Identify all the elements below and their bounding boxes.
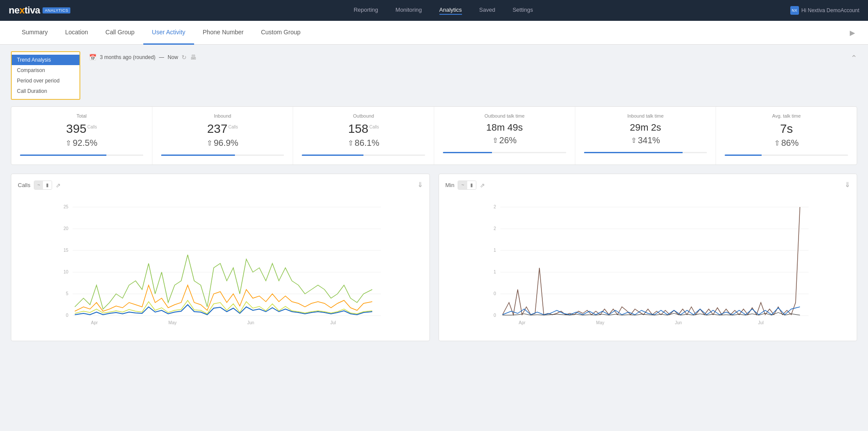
controls-row: Trend Analysis Comparison Period over pe… — [11, 51, 857, 100]
charts-row: Calls ~ ▮ ⇗ ⇓ 0 5 10 15 — [11, 174, 857, 341]
svg-text:2: 2 — [493, 226, 496, 231]
svg-text:Jun: Jun — [675, 320, 682, 325]
nav-settings[interactable]: Settings — [512, 7, 533, 15]
stat-inbound-talk-label: Inbound talk time — [584, 113, 707, 118]
stat-inbound-change: ⇧ 96.9% — [161, 138, 284, 148]
view-type-dropdown[interactable]: Trend Analysis Comparison Period over pe… — [11, 51, 80, 100]
logo: nextiva — [9, 5, 40, 16]
stat-total-label: Total — [20, 113, 143, 118]
tab-location[interactable]: Location — [56, 21, 97, 45]
tab-summary[interactable]: Summary — [13, 21, 56, 45]
print-icon[interactable]: 🖶 — [190, 54, 196, 61]
stat-avg-talk-label: Avg. talk time — [725, 113, 848, 118]
svg-text:20: 20 — [63, 226, 69, 231]
stat-outbound-change: ⇧ 86.1% — [302, 138, 425, 148]
logo-area: nextiva ANALYTICS — [9, 5, 70, 16]
stat-total-change: ⇧ 92.5% — [20, 138, 143, 148]
calls-chart-toggle[interactable]: ~ ▮ — [34, 181, 52, 190]
stat-outbound-label: Outbound — [302, 113, 425, 118]
stat-outbound-value: 158Calls — [302, 122, 425, 136]
calls-chart-header: Calls ~ ▮ ⇗ — [18, 181, 423, 190]
stats-row: Total 395Calls ⇧ 92.5% Inbound 237Calls … — [11, 106, 857, 165]
refresh-icon[interactable]: ↻ — [182, 54, 187, 61]
svg-text:May: May — [168, 320, 177, 325]
svg-text:10: 10 — [63, 270, 69, 274]
svg-text:25: 25 — [63, 204, 69, 209]
stat-avg-talk: Avg. talk time 7s ⇧ 86% — [716, 107, 857, 165]
dropdown-item-comparison[interactable]: Comparison — [12, 65, 79, 76]
dropdown-item-trend[interactable]: Trend Analysis — [12, 55, 79, 65]
svg-text:Jun: Jun — [247, 320, 254, 325]
stat-inbound: Inbound 237Calls ⇧ 96.9% — [152, 107, 294, 165]
svg-text:Apr: Apr — [91, 320, 98, 325]
dropdown-item-duration[interactable]: Call Duration — [12, 86, 79, 96]
tabs-bar: Summary Location Call Group User Activit… — [0, 21, 868, 45]
svg-text:0: 0 — [66, 313, 69, 318]
main-content: Trend Analysis Comparison Period over pe… — [0, 45, 868, 431]
min-chart-header: Min ~ ▮ ⇗ — [446, 181, 851, 190]
min-chart-container: Min ~ ▮ ⇗ ⇓ 0 0 1 1 2 — [439, 174, 858, 341]
min-download-button[interactable]: ⇓ — [845, 181, 850, 189]
tab-arrow-right[interactable]: ▶ — [850, 29, 855, 37]
stat-inbound-talk-change: ⇧ 341% — [584, 135, 707, 145]
nav-analytics[interactable]: Analytics — [439, 7, 462, 15]
tab-phone-number[interactable]: Phone Number — [194, 21, 252, 45]
svg-text:5: 5 — [66, 291, 69, 296]
tab-custom-group[interactable]: Custom Group — [252, 21, 309, 45]
nav-links: Reporting Monitoring Analytics Saved Set… — [96, 7, 790, 15]
calls-download-button[interactable]: ⇓ — [417, 181, 423, 189]
stat-avg-talk-value: 7s — [725, 122, 848, 136]
user-name: Hi Nextiva DemoAccount — [802, 7, 859, 13]
calls-toggle-line[interactable]: ~ — [34, 181, 43, 189]
time-range-end: Now — [168, 54, 178, 60]
svg-text:Jul: Jul — [330, 320, 336, 325]
svg-text:1: 1 — [493, 248, 496, 253]
svg-text:0: 0 — [493, 313, 496, 318]
stat-outbound: Outbound 158Calls ⇧ 86.1% — [293, 107, 434, 165]
analytics-badge: ANALYTICS — [43, 7, 70, 13]
calls-expand-icon[interactable]: ⇗ — [56, 182, 61, 189]
tab-call-group[interactable]: Call Group — [97, 21, 143, 45]
calls-chart-container: Calls ~ ▮ ⇗ ⇓ 0 5 10 15 — [11, 174, 430, 341]
stat-outbound-talk: Outbound talk time 18m 49s ⇧ 26% — [434, 107, 575, 165]
stat-total: Total 395Calls ⇧ 92.5% — [11, 107, 152, 165]
calls-chart-svg: 0 5 10 15 20 25 Apr May Jun Jul — [18, 194, 423, 333]
calls-toggle-bar[interactable]: ▮ — [43, 181, 52, 189]
svg-text:15: 15 — [63, 248, 69, 253]
time-range-separator: — — [159, 54, 164, 60]
svg-text:0: 0 — [493, 291, 496, 296]
svg-text:1: 1 — [493, 270, 496, 274]
top-navigation: nextiva ANALYTICS Reporting Monitoring A… — [0, 0, 868, 21]
svg-text:Jul: Jul — [758, 320, 763, 325]
stat-inbound-talk-value: 29m 2s — [584, 122, 707, 133]
svg-text:Apr: Apr — [518, 320, 525, 325]
nav-reporting[interactable]: Reporting — [353, 7, 378, 15]
stat-inbound-label: Inbound — [161, 113, 284, 118]
stat-avg-talk-change: ⇧ 86% — [725, 138, 848, 148]
calls-chart-title: Calls — [18, 182, 30, 188]
collapse-button[interactable]: ⌃ — [851, 53, 857, 63]
stat-total-value: 395Calls — [20, 122, 143, 136]
nav-saved[interactable]: Saved — [479, 7, 495, 15]
stat-outbound-talk-value: 18m 49s — [443, 122, 566, 133]
min-chart-svg: 0 0 1 1 2 2 Apr May Jun Jul — [446, 194, 851, 333]
min-toggle-line[interactable]: ~ — [458, 181, 467, 189]
time-range-start: 3 months ago (rounded) — [100, 54, 155, 60]
min-chart-toggle[interactable]: ~ ▮ — [458, 181, 476, 190]
svg-text:2: 2 — [493, 204, 496, 209]
stat-inbound-talk: Inbound talk time 29m 2s ⇧ 341% — [575, 107, 716, 165]
stat-outbound-talk-change: ⇧ 26% — [443, 135, 566, 145]
svg-text:May: May — [596, 320, 604, 325]
calendar-icon[interactable]: 📅 — [89, 54, 96, 61]
min-chart-title: Min — [446, 182, 455, 188]
nav-monitoring[interactable]: Monitoring — [396, 7, 422, 15]
nav-user: NX Hi Nextiva DemoAccount — [790, 6, 859, 15]
stat-inbound-value: 237Calls — [161, 122, 284, 136]
user-icon: NX — [790, 6, 799, 15]
min-expand-icon[interactable]: ⇗ — [480, 182, 485, 189]
stat-outbound-talk-label: Outbound talk time — [443, 113, 566, 118]
time-range-controls: 📅 3 months ago (rounded) — Now ↻ 🖶 — [89, 54, 196, 61]
dropdown-item-period[interactable]: Period over period — [12, 76, 79, 86]
min-toggle-bar[interactable]: ▮ — [467, 181, 476, 189]
tab-user-activity[interactable]: User Activity — [143, 21, 194, 45]
